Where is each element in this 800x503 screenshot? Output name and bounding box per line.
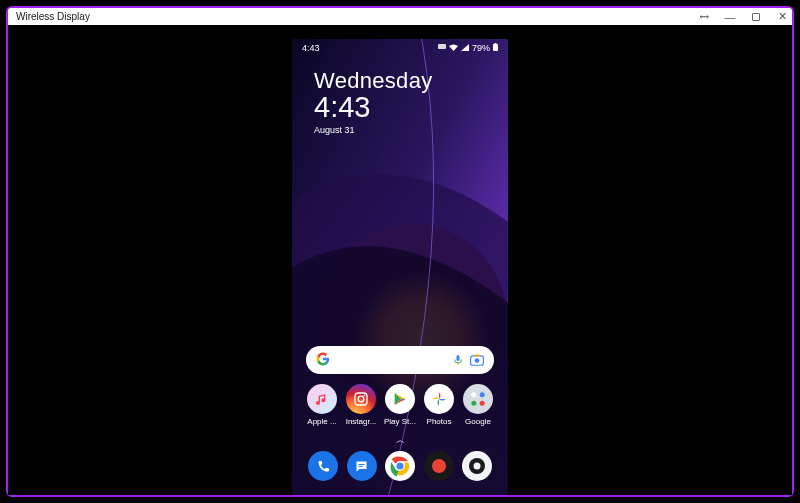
instagram-icon: [346, 384, 376, 414]
phone-screen: 4:43 79%: [292, 39, 508, 495]
app-label: Instagr...: [343, 417, 379, 426]
app-drawer-handle[interactable]: ︿: [292, 432, 508, 451]
svg-rect-2: [438, 44, 446, 49]
wifi-icon: [449, 43, 458, 53]
svg-point-15: [471, 401, 476, 406]
svg-rect-3: [493, 44, 498, 51]
signal-icon: [461, 43, 469, 53]
clock-widget[interactable]: Wednesday 4:43 August 31: [292, 55, 508, 135]
window-title: Wireless Display: [16, 11, 698, 22]
app-label: Play St...: [382, 417, 418, 426]
svg-rect-18: [358, 465, 362, 466]
svg-rect-9: [475, 354, 480, 356]
svg-point-23: [432, 459, 446, 473]
app-label: Apple ...: [304, 417, 340, 426]
svg-point-26: [474, 463, 481, 470]
svg-rect-5: [457, 355, 460, 361]
svg-point-8: [475, 358, 480, 363]
dock-phone[interactable]: [308, 451, 338, 481]
svg-point-13: [471, 392, 476, 397]
dock-messages[interactable]: [347, 451, 377, 481]
status-time: 4:43: [302, 43, 320, 53]
minimize-button[interactable]: —: [724, 11, 736, 23]
mic-icon[interactable]: [452, 353, 464, 367]
app-google-folder[interactable]: Google: [460, 384, 496, 426]
notification-icon: [438, 43, 446, 53]
dock: [292, 451, 508, 495]
svg-point-12: [364, 395, 366, 397]
status-bar: 4:43 79%: [292, 39, 508, 55]
battery-icon: [493, 43, 498, 53]
svg-rect-4: [495, 43, 497, 44]
svg-rect-6: [458, 363, 459, 365]
dock-camera[interactable]: [462, 451, 492, 481]
close-button[interactable]: ✕: [776, 10, 788, 23]
app-label: Google: [460, 417, 496, 426]
clock-day: Wednesday: [314, 69, 508, 92]
lens-icon[interactable]: [470, 354, 484, 366]
google-g-icon: [316, 352, 330, 369]
maximize-button[interactable]: [750, 13, 762, 21]
expand-icon[interactable]: ⤢: [698, 10, 710, 24]
svg-point-16: [480, 401, 485, 406]
app-apple-music[interactable]: Apple ...: [304, 384, 340, 426]
svg-point-11: [358, 396, 364, 402]
apple-music-icon: [307, 384, 337, 414]
app-label: Photos: [421, 417, 457, 426]
app-instagram[interactable]: Instagr...: [343, 384, 379, 426]
battery-percent: 79%: [472, 43, 490, 53]
dock-chrome[interactable]: [385, 451, 415, 481]
app-play-store[interactable]: Play St...: [382, 384, 418, 426]
google-folder-icon: [463, 384, 493, 414]
cast-viewport: 4:43 79%: [8, 25, 792, 495]
clock-time: 4:43: [314, 92, 508, 122]
dock-recorder[interactable]: [424, 451, 454, 481]
app-photos[interactable]: Photos: [421, 384, 457, 426]
svg-rect-10: [355, 393, 367, 405]
svg-rect-17: [358, 464, 364, 465]
search-bar[interactable]: [306, 346, 494, 374]
app-row: Apple ... Instagr... Play St...: [292, 384, 508, 432]
window-titlebar: Wireless Display ⤢ — ✕: [8, 8, 792, 25]
svg-point-14: [480, 392, 485, 397]
photos-icon: [424, 384, 454, 414]
wireless-display-window: Wireless Display ⤢ — ✕: [6, 6, 794, 497]
clock-date: August 31: [314, 126, 508, 135]
play-store-icon: [385, 384, 415, 414]
